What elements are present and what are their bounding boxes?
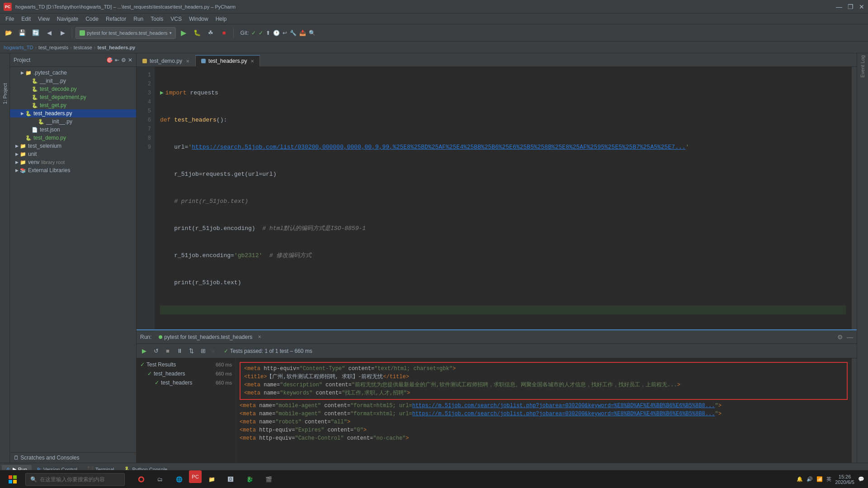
taskbar-time-block[interactable]: 15:26 2020/6/5 (835, 474, 854, 485)
run-again-btn[interactable]: ▶ (139, 346, 149, 356)
breadcrumb-root[interactable]: hogwarts_TD (4, 45, 33, 50)
menu-run[interactable]: Run (130, 15, 147, 23)
taskbar-wifi-icon[interactable]: 📶 (816, 476, 823, 482)
windows-start-btn[interactable] (4, 470, 22, 488)
stop-run-btn[interactable]: ■ (163, 346, 173, 356)
toolbar-forward-btn[interactable]: ▶ (57, 27, 69, 39)
tree-item-pytest-cache[interactable]: ▶ 📁 .pytest_cache (10, 69, 136, 77)
tab-test-headers[interactable]: test_headers.py ✕ (195, 55, 260, 66)
taskbar-app-taskview[interactable]: 🗂 (151, 470, 169, 488)
tree-arrow[interactable]: ▶ (19, 70, 25, 75)
menu-view[interactable]: View (34, 15, 53, 23)
run-gutter-icon[interactable]: ▶ (160, 89, 164, 98)
taskbar-app-media[interactable]: 🎬 (259, 470, 278, 488)
tree-item-test-department[interactable]: 🐍 test_department.py (10, 93, 136, 101)
run-config-dropdown-arrow[interactable]: ▾ (170, 31, 172, 35)
tree-arrow[interactable]: ▶ (14, 152, 20, 156)
menu-window[interactable]: Window (185, 15, 212, 23)
tree-item-test-json[interactable]: 📄 test.json (10, 126, 136, 134)
git-history-btn[interactable]: 🕐 (273, 30, 280, 36)
sidebar-close-icon[interactable]: ✕ (128, 57, 132, 63)
editor-vertical-scrollbar[interactable] (851, 67, 857, 329)
tree-item-test-headers[interactable]: ▶ 🐍 test_headers.py (10, 109, 136, 117)
maximize-button[interactable]: ❐ (848, 3, 854, 10)
tab-close-btn[interactable]: ✕ (186, 59, 189, 64)
tree-arrow[interactable]: ▶ (14, 168, 20, 173)
taskbar-app-opera[interactable]: 🅾 (222, 470, 240, 488)
toolbar-back-btn[interactable]: ◀ (43, 27, 55, 39)
code-editor[interactable]: 1 2 3 4 5 6 7 8 9 ▶ import requests def … (137, 67, 857, 329)
taskbar-app-chrome[interactable]: 🌐 (170, 470, 188, 488)
git-shelf-btn[interactable]: 📥 (299, 30, 306, 36)
taskbar-search-input[interactable] (40, 476, 112, 483)
menu-edit[interactable]: Edit (18, 15, 34, 23)
test-item-test-headers-2[interactable]: ✓ test_headers 660 ms (137, 378, 236, 387)
tree-item-test-get[interactable]: 🐍 test_get.py (10, 101, 136, 109)
taskbar-notification-icon[interactable]: 🔔 (797, 476, 803, 482)
tab-test-demo[interactable]: test_demo.py ✕ (137, 55, 195, 66)
tree-item-unit[interactable]: ▶ 📁 unit (10, 150, 136, 158)
sidebar-settings-icon[interactable]: ⚙ (121, 57, 126, 63)
output-scrollbar[interactable] (851, 358, 857, 463)
tree-arrow[interactable]: ▶ (14, 160, 20, 164)
run-config-selector[interactable]: pytest for test_headers.test_headers ▾ (75, 27, 176, 39)
tree-item-venv[interactable]: ▶ 📁 venv library root (10, 158, 136, 166)
tree-arrow[interactable]: ▶ (14, 144, 20, 148)
menu-vcs[interactable]: VCS (167, 15, 185, 23)
run-tab-gear-btn[interactable]: ⚙ (837, 333, 843, 341)
sidebar-collapse-icon[interactable]: ⇤ (115, 57, 119, 63)
toolbar-refresh-btn[interactable]: 🔄 (30, 27, 42, 39)
test-results-root[interactable]: ✓ Test Results 660 ms (137, 360, 236, 369)
rerun-btn[interactable]: ↺ (151, 346, 161, 356)
toolbar-open-btn[interactable]: 📂 (3, 27, 14, 39)
toolbar-save-btn[interactable]: 💾 (16, 27, 28, 39)
breadcrumb-testcase[interactable]: testcase (74, 45, 92, 50)
menu-code[interactable]: Code (82, 15, 102, 23)
run-tab-minimize-btn[interactable]: — (847, 333, 853, 341)
project-vertical-tab[interactable]: 1: Project (0, 80, 9, 107)
tree-item-external-libraries[interactable]: ▶ 📚 External Libraries (10, 166, 136, 174)
tree-arrow[interactable]: ▶ (19, 111, 25, 116)
menu-refactor[interactable]: Refactor (102, 15, 130, 23)
taskbar-lang[interactable]: 英 (826, 476, 831, 483)
taskbar-volume-icon[interactable]: 🔊 (807, 476, 813, 482)
tree-item-init2[interactable]: 🐍 __init__.py (10, 117, 136, 126)
pause-run-btn[interactable]: ⏸ (175, 346, 184, 356)
tree-item-test-selenium[interactable]: ▶ 📁 test_selenium (10, 142, 136, 150)
filter-btn[interactable]: ⊞ (198, 346, 208, 356)
tree-item-test-demo[interactable]: 🐍 test_demo.py (10, 134, 136, 142)
run-with-coverage-btn[interactable]: ☘ (205, 27, 217, 39)
taskbar-app-cortana[interactable]: ⭕ (132, 470, 150, 488)
stop-button[interactable]: ■ (218, 27, 230, 39)
code-content[interactable]: ▶ import requests def test_headers(): ur… (155, 67, 851, 329)
breadcrumb-current-file[interactable]: test_headers.py (97, 45, 135, 50)
menu-tools[interactable]: Tools (147, 15, 167, 23)
git-check2-btn[interactable]: ✓ (259, 30, 263, 36)
git-check-btn[interactable]: ✓ (251, 30, 256, 36)
output-area[interactable]: <meta http-equiv="Content-Type" content=… (236, 358, 851, 463)
breadcrumb-test-requests[interactable]: test_requests (38, 45, 68, 50)
taskbar-app-dragon[interactable]: 🐉 (241, 470, 259, 488)
taskbar-notifications-btn[interactable]: 💬 (858, 476, 864, 482)
menu-file[interactable]: File (2, 15, 18, 23)
run-button[interactable]: ▶ (178, 27, 189, 39)
scratches-and-consoles[interactable]: 🗒 Scratches and Consoles (10, 452, 136, 463)
git-push-btn[interactable]: ⬆ (266, 30, 270, 36)
tab-close-btn[interactable]: ✕ (250, 59, 254, 64)
menu-navigate[interactable]: Navigate (53, 15, 82, 23)
close-button[interactable]: ✕ (859, 3, 864, 10)
debug-button[interactable]: 🐛 (191, 27, 203, 39)
git-revert-btn[interactable]: ↩ (283, 30, 287, 36)
run-tab-close-btn[interactable]: ✕ (258, 334, 261, 339)
git-settings-btn[interactable]: 🔧 (290, 30, 297, 36)
sort-btn[interactable]: ⇅ (186, 346, 196, 356)
tree-item-test-decode[interactable]: 🐍 test_decode.py (10, 85, 136, 93)
git-search-btn[interactable]: 🔍 (309, 30, 316, 36)
event-log-tab[interactable]: Event Log (860, 55, 865, 78)
sidebar-locate-icon[interactable]: 🎯 (106, 57, 113, 63)
taskbar-app-pycharm[interactable]: PC (189, 470, 202, 483)
taskbar-app-files[interactable]: 📁 (203, 470, 221, 488)
menu-help[interactable]: Help (212, 15, 231, 23)
window-controls[interactable]: — ❐ ✕ (836, 3, 864, 10)
test-item-test-headers-1[interactable]: ✓ test_headers 660 ms (137, 369, 236, 378)
